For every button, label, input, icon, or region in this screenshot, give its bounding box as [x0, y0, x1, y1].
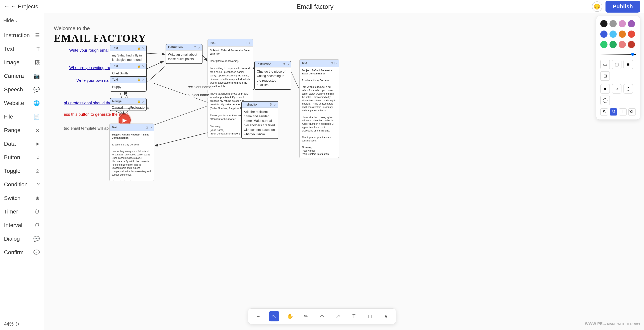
add-button[interactable]: ＋	[253, 311, 263, 322]
text-node-final-body: Subject: Refund Request – Salad Contamin…	[110, 131, 154, 181]
shape-rect-dark[interactable]: ■	[624, 60, 633, 69]
interval-icon: ⏱	[34, 222, 40, 228]
hide-label[interactable]: Hide ‹	[3, 17, 17, 24]
sidebar-item-speech[interactable]: Speech 💬	[0, 83, 44, 96]
range-icon: ⊙	[35, 127, 40, 134]
text-node-2[interactable]: Text 🔒▷ Chef Smith	[110, 63, 147, 78]
color-dark-red[interactable]	[628, 41, 635, 48]
professional-label: Professional	[130, 106, 150, 110]
sidebar-item-confirm[interactable]: Confirm 💬	[0, 246, 44, 259]
eraser-button[interactable]: ◇	[317, 311, 327, 322]
hand-button[interactable]: ✋	[285, 311, 295, 322]
back-arrow-icon: ←	[4, 4, 10, 10]
color-row-1	[600, 20, 636, 27]
text-icon: T	[36, 46, 40, 52]
sidebar-item-condition[interactable]: Condition ?	[0, 178, 44, 191]
publish-button[interactable]: Publish	[606, 0, 640, 12]
shape-row-1: ▭ ▢ ■ ⊞	[600, 60, 636, 81]
sidebar-item-text[interactable]: Text T	[0, 42, 44, 56]
shape-rect-round[interactable]: ▢	[612, 60, 622, 69]
shape-rect[interactable]: ▭	[600, 60, 610, 69]
shape-circle-right[interactable]: ◯	[600, 96, 610, 105]
text-button[interactable]: T	[349, 311, 359, 322]
svg-line-5	[124, 91, 128, 98]
edge-label-subject: subject name	[186, 92, 210, 98]
topbar-title: Email factory	[296, 3, 333, 10]
color-gray[interactable]	[610, 20, 617, 27]
color-blue[interactable]	[600, 30, 608, 38]
sidebar-item-range[interactable]: Range ⊙	[0, 124, 44, 137]
size-s[interactable]: S	[600, 108, 608, 116]
svg-line-2	[147, 61, 164, 69]
back-button[interactable]: ← ← Projects	[4, 4, 38, 10]
size-m[interactable]: M	[610, 108, 618, 116]
sidebar-item-data[interactable]: Data ➤	[0, 137, 44, 151]
sidebar-item-timer[interactable]: Timer ⏱	[0, 205, 44, 218]
color-green-light[interactable]	[600, 41, 608, 48]
sidebar-item-website-label: Website	[4, 100, 24, 106]
text-node-3-body: Huppy	[110, 83, 146, 91]
select-button[interactable]: ↖	[269, 311, 279, 322]
instruction-node-3[interactable]: Instruction ⏱▷ Add the recipient name an…	[242, 101, 278, 139]
right-panel-node[interactable]: Text ◻▷ Subject: Refund Request – Salad …	[299, 59, 339, 158]
sidebar-item-switch[interactable]: Switch ⊕	[0, 191, 44, 205]
instruction-node-3-header: Instruction ⏱▷	[242, 102, 278, 108]
draw-button[interactable]: ✏	[301, 311, 311, 322]
sidebar-item-toggle[interactable]: Toggle ⊙	[0, 164, 44, 178]
text-node-3-header: Text 🔒▷	[110, 76, 146, 83]
color-green[interactable]	[610, 41, 617, 48]
instruction-node-2-body: Change the piece of writing according to…	[255, 68, 291, 90]
size-xl[interactable]: XL	[628, 108, 636, 116]
file-icon: 📄	[33, 114, 40, 120]
arrow-button[interactable]: ↗	[333, 311, 343, 322]
canvas: Welcome to the EMAIL FACTORY Write your …	[44, 13, 644, 330]
text-node-final[interactable]: Text ◻▷ Subject: Refund Request – Salad …	[109, 124, 154, 181]
color-orange[interactable]	[619, 30, 626, 38]
more-button[interactable]: ∧	[381, 311, 391, 322]
sidebar-item-website[interactable]: Website 🌐	[0, 96, 44, 110]
sidebar-item-dialog[interactable]: Dialog 💬	[0, 232, 44, 246]
color-black[interactable]	[600, 20, 608, 27]
sidebar-item-instruction[interactable]: Instruction ☰	[0, 28, 44, 42]
instruction-node-1[interactable]: Instruction ⏱▷ Write an email about thes…	[166, 44, 202, 64]
color-light-blue[interactable]	[610, 30, 617, 38]
condition-icon: ?	[37, 182, 40, 188]
size-l[interactable]: L	[619, 108, 627, 116]
hide-arrow-icon: ‹	[15, 18, 17, 23]
shape-circle-filled[interactable]: ●	[600, 84, 610, 94]
sidebar-item-switch-label: Switch	[4, 195, 20, 201]
opacity-slider[interactable]	[600, 54, 636, 55]
image-icon: 🖼	[34, 60, 40, 66]
website-icon: 🌐	[33, 100, 40, 106]
sidebar-item-image[interactable]: Image 🖼	[0, 56, 44, 69]
sidebar-item-interval[interactable]: Interval ⏱	[0, 218, 44, 232]
instruction-node-1-header: Instruction ⏱▷	[166, 44, 202, 50]
text-node-2-header: Text 🔒▷	[110, 63, 146, 69]
zoom-expand-icon[interactable]: ⟩⟩	[16, 322, 19, 326]
sidebar-item-file-label: File	[4, 114, 13, 120]
instruction-node-2[interactable]: Instruction ⏱▷ Change the piece of writi…	[254, 61, 291, 90]
sidebar-item-camera[interactable]: Camera 📷	[0, 69, 44, 83]
sidebar-item-button[interactable]: Button ○	[0, 151, 44, 164]
shape-circle-dashed[interactable]: ◌	[624, 84, 633, 94]
text-node-1[interactable]: Text 🔒▷ my Salad had a fly in it. pls gi…	[110, 45, 147, 65]
color-pink[interactable]	[619, 20, 626, 27]
frame-button[interactable]: □	[365, 311, 375, 322]
sidebar: Hide ‹ Instruction ☰ Text T Image 🖼 Came…	[0, 13, 44, 330]
data-icon: ➤	[35, 141, 40, 147]
text-node-3[interactable]: Text 🔒▷ Huppy	[110, 76, 147, 92]
sidebar-item-timer-label: Timer	[4, 208, 18, 215]
svg-line-6	[120, 91, 122, 98]
sidebar-item-range-label: Range	[4, 127, 20, 134]
right-panel-header: Text ◻▷	[300, 60, 339, 67]
sidebar-item-speech-label: Speech	[4, 86, 23, 93]
svg-line-7	[126, 91, 127, 98]
shape-grid[interactable]: ⊞	[600, 71, 610, 81]
shape-circle-outline[interactable]: ○	[612, 84, 622, 94]
sidebar-item-file[interactable]: File 📄	[0, 110, 44, 124]
color-purple[interactable]	[628, 20, 635, 27]
confirm-icon: 💬	[33, 250, 40, 256]
emoji-button[interactable]: 😊	[592, 2, 602, 12]
color-red[interactable]	[628, 30, 635, 38]
color-salmon[interactable]	[619, 41, 626, 48]
